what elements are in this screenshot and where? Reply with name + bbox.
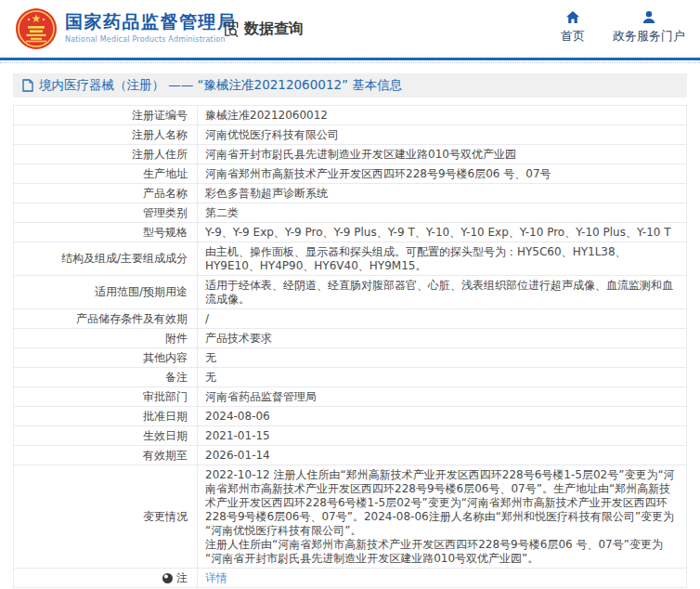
row-label: 有效期至 [14, 446, 198, 465]
row-value: 2026-01-14 [198, 446, 686, 465]
table-row: 适用范围/预期用途适用于经体表、经阴道、经直肠对腹部器官、心脏、浅表组织部位进行… [14, 275, 686, 308]
row-value: 第二类 [198, 203, 686, 222]
header-rule [0, 58, 700, 60]
table-row: 生效日期2021-01-15 [14, 425, 686, 445]
row-label: 备注 [14, 368, 198, 386]
table-row: 审批部门河南省药品监督管理局 [14, 386, 686, 406]
org-title-en: National Medical Products Administration [65, 35, 237, 44]
org-title-cn: 国家药品监督管理局 [65, 10, 237, 33]
table-row: 型号规格Y-9、Y-9 Exp、Y-9 Pro、Y-9 Plus、Y-9 T、Y… [14, 222, 686, 242]
row-label: 生产地址 [14, 164, 198, 183]
note-icon [162, 573, 173, 583]
table-row: 其他内容无 [14, 347, 686, 367]
table-row: 结构及组成/主要组成成分由主机、操作面板、显示器和探头组成。可配置的探头型号为：… [14, 242, 686, 275]
row-label-text: 生效日期 [143, 429, 188, 443]
row-label: 审批部门 [14, 387, 198, 406]
document-icon [22, 79, 33, 92]
row-label-text: 注 [176, 571, 188, 585]
row-label: 型号规格 [14, 223, 198, 242]
table-row: 注详情 [14, 568, 686, 587]
user-icon [642, 10, 656, 24]
row-value: 详情 [198, 569, 686, 587]
table-row: 有效期至2026-01-14 [14, 445, 686, 465]
row-label-text: 注册证编号 [132, 109, 188, 123]
header-dotted-rule [0, 62, 700, 63]
row-label: 注册证编号 [14, 106, 198, 124]
row-value: 豫械注准20212060012 [198, 106, 686, 124]
row-label-text: 结构及组成/主要组成成分 [61, 252, 188, 266]
table-row: 产品名称彩色多普勒超声诊断系统 [14, 183, 686, 203]
data-query-menu[interactable]: 数据查询 [223, 20, 304, 39]
row-label: 适用范围/预期用途 [14, 276, 198, 308]
national-emblem-logo [15, 7, 58, 50]
row-label: 注册人名称 [14, 125, 198, 144]
row-value: 适用于经体表、经阴道、经直肠对腹部器官、心脏、浅表组织部位进行超声成像、血流监测… [198, 276, 686, 308]
row-label-text: 附件 [165, 332, 188, 346]
nav-portal-label: 政务服务门户 [613, 28, 685, 45]
top-nav: 首页 政务服务门户 [561, 10, 685, 45]
breadcrumb-text: 境内医疗器械（注册） —— “豫械注准20212060012” 基本信息 [39, 77, 402, 94]
site-header: 国家药品监督管理局 National Medical Products Admi… [0, 0, 700, 58]
row-value: Y-9、Y-9 Exp、Y-9 Pro、Y-9 Plus、Y-9 T、Y-10、… [198, 223, 686, 242]
row-value: 产品技术要求 [198, 329, 686, 347]
table-row: 变更情况2022-10-12 注册人住所由“郑州高新技术产业开发区西四环228号… [14, 465, 686, 568]
table-row: 管理类别第二类 [14, 203, 686, 222]
nav-home-label: 首页 [561, 28, 585, 45]
row-label: 结构及组成/主要组成成分 [14, 242, 198, 275]
row-label-text: 注册人住所 [132, 148, 188, 162]
row-label: 产品名称 [14, 184, 198, 203]
row-value: / [198, 309, 686, 328]
row-value: 河南省开封市尉氏县先进制造业开发区建业路010号双优产业园 [198, 145, 686, 164]
row-label: 其他内容 [14, 348, 198, 367]
row-value: 河南省药品监督管理局 [198, 387, 686, 406]
brand-block: 国家药品监督管理局 National Medical Products Admi… [65, 10, 237, 44]
row-value: 无 [198, 368, 686, 386]
row-value: 2021-01-15 [198, 426, 686, 445]
row-label: 附件 [14, 329, 198, 347]
row-label-text: 批准日期 [143, 410, 188, 424]
data-query-icon [223, 20, 240, 38]
row-label-text: 型号规格 [143, 226, 188, 240]
row-label-text: 管理类别 [143, 206, 188, 220]
table-row: 备注无 [14, 367, 686, 386]
home-icon [565, 10, 580, 24]
row-label: 注册人住所 [14, 145, 198, 164]
row-value: 由主机、操作面板、显示器和探头组成。可配置的探头型号为：HY5C60、HY1L3… [198, 242, 686, 275]
row-value: 2024-08-06 [198, 407, 686, 425]
row-label-text: 变更情况 [143, 510, 188, 524]
info-table: 注册证编号豫械注准20212060012注册人名称河南优悦医疗科技有限公司注册人… [13, 105, 687, 588]
row-label-text: 有效期至 [143, 449, 188, 463]
row-label: 产品储存条件及有效期 [14, 309, 198, 328]
row-label-text: 适用范围/预期用途 [95, 285, 188, 299]
table-row: 注册人住所河南省开封市尉氏县先进制造业开发区建业路010号双优产业园 [14, 144, 686, 164]
row-label-text: 产品名称 [143, 187, 188, 201]
table-row: 附件产品技术要求 [14, 328, 686, 347]
row-value: 河南优悦医疗科技有限公司 [198, 125, 686, 144]
detail-link[interactable]: 详情 [205, 571, 227, 585]
row-label-text: 产品储存条件及有效期 [76, 312, 188, 326]
row-label: 管理类别 [14, 203, 198, 222]
row-label: 批准日期 [14, 407, 198, 425]
row-label-text: 审批部门 [143, 390, 188, 404]
table-row: 注册人名称河南优悦医疗科技有限公司 [14, 124, 686, 144]
row-value: 河南省郑州市高新技术产业开发区西四环228号9号楼6层06 号、07号 [198, 164, 686, 183]
row-label: 注 [14, 569, 198, 587]
row-label: 变更情况 [14, 465, 198, 568]
row-value: 无 [198, 348, 686, 367]
nav-item-home[interactable]: 首页 [561, 10, 585, 45]
row-label: 生效日期 [14, 426, 198, 445]
row-value: 彩色多普勒超声诊断系统 [198, 184, 686, 203]
table-row: 产品储存条件及有效期/ [14, 308, 686, 328]
table-row: 注册证编号豫械注准20212060012 [14, 106, 686, 124]
data-query-label: 数据查询 [244, 20, 304, 39]
row-label-text: 其他内容 [143, 351, 188, 365]
breadcrumb: 境内医疗器械（注册） —— “豫械注准20212060012” 基本信息 [13, 73, 687, 98]
nav-item-portal[interactable]: 政务服务门户 [613, 10, 685, 45]
row-label-text: 注册人名称 [132, 128, 188, 142]
row-value: 2022-10-12 注册人住所由“郑州高新技术产业开发区西四环228号6号楼1… [198, 465, 686, 568]
row-label-text: 生产地址 [143, 167, 188, 181]
row-label-text: 备注 [165, 371, 188, 385]
table-row: 生产地址河南省郑州市高新技术产业开发区西四环228号9号楼6层06 号、07号 [14, 164, 686, 183]
table-row: 批准日期2024-08-06 [14, 406, 686, 425]
